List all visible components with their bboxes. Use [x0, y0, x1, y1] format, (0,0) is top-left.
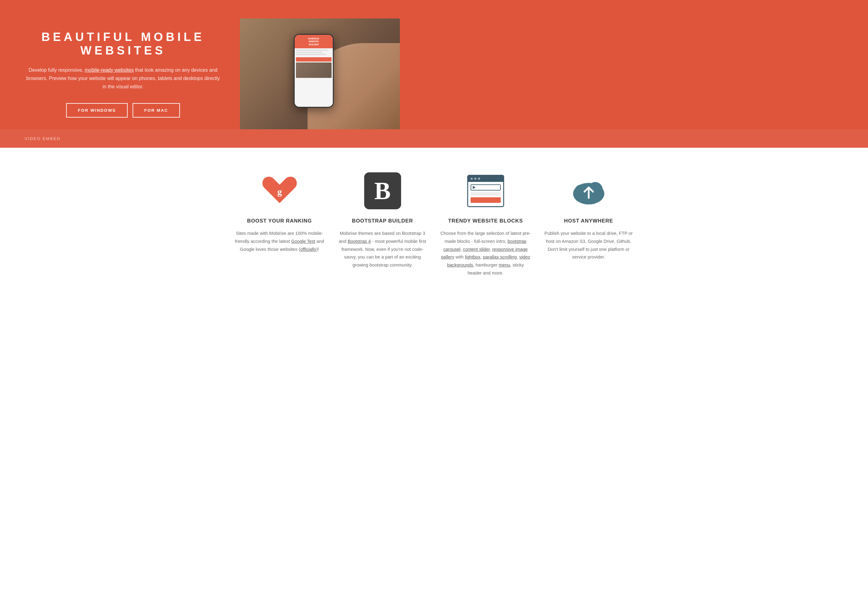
feature-card-trendy-blocks: TRENDY WEBSITE BLOCKS Choose from the la…	[440, 172, 531, 277]
feature-card-host-anywhere: HOST ANYWHERE Publish your website to a …	[543, 172, 634, 277]
browser-address-bar	[471, 184, 501, 191]
hero-buttons: FOR WINDOWS FOR MAC	[25, 103, 222, 118]
browser-content-line	[471, 192, 501, 196]
parallax-link[interactable]: parallax scrolling	[483, 255, 517, 259]
hero-title: BEAUTIFUL MOBILE WEBSITES	[25, 30, 222, 57]
phone-screen-content	[294, 48, 333, 107]
content-slider-link[interactable]: content slider	[463, 247, 490, 252]
feature-title-host-anywhere: HOST ANYWHERE	[564, 218, 613, 224]
feature-title-boost-ranking: BOOST YOUR RANKING	[247, 218, 312, 224]
heart-google-icon: g	[261, 174, 298, 208]
phone-screen: MOBIRISEWEBSITEBUILDER	[294, 35, 333, 107]
features-section: g BOOST YOUR RANKING Sites made with Mob…	[0, 148, 868, 302]
hero-content: BEAUTIFUL MOBILE WEBSITES Develop fully …	[0, 0, 868, 148]
windows-button[interactable]: FOR WINDOWS	[66, 103, 128, 118]
hero-section: BEAUTIFUL MOBILE WEBSITES Develop fully …	[0, 0, 868, 148]
feature-desc-trendy-blocks: Choose from the large selection of lates…	[440, 230, 531, 277]
browser-dot-1	[471, 177, 473, 180]
bootstrap4-link[interactable]: Bootstrap 4	[347, 239, 370, 244]
feature-icon-trendy-blocks	[467, 172, 504, 209]
phone-image-placeholder	[296, 62, 332, 78]
bootstrap-b-icon: B	[364, 172, 401, 209]
feature-title-bootstrap-builder: BOOTSTRAP BUILDER	[352, 218, 413, 224]
menu-link[interactable]: menu	[499, 263, 510, 267]
hero-description-link[interactable]: mobile-ready websites	[85, 67, 133, 73]
browser-blocks-icon	[467, 175, 504, 207]
feature-desc-host-anywhere: Publish your website to a local drive, F…	[543, 230, 634, 261]
browser-dot-3	[478, 177, 480, 180]
features-grid: g BOOST YOUR RANKING Sites made with Mob…	[234, 172, 634, 277]
hero-phone-wrapper: MOBIRISEWEBSITEBUILDER	[240, 19, 400, 129]
mac-button[interactable]: FOR MAC	[133, 103, 180, 118]
hero-phone-image: MOBIRISEWEBSITEBUILDER	[240, 19, 400, 129]
feature-desc-bootstrap-builder: Mobirise themes are based on Bootstrap 3…	[337, 230, 428, 269]
browser-dot-2	[474, 177, 476, 180]
feature-icon-bootstrap-builder: B	[364, 172, 401, 209]
phone-screen-header: MOBIRISEWEBSITEBUILDER	[294, 35, 333, 48]
feature-card-boost-ranking: g BOOST YOUR RANKING Sites made with Mob…	[234, 172, 325, 277]
browser-content	[468, 182, 503, 206]
feature-card-bootstrap-builder: B BOOTSTRAP BUILDER Mobirise themes are …	[337, 172, 428, 277]
officially-link[interactable]: officially	[300, 247, 316, 252]
feature-icon-host-anywhere	[570, 172, 607, 209]
phone-cta-button	[296, 57, 332, 62]
svg-text:g: g	[277, 186, 282, 197]
hero-text-block: BEAUTIFUL MOBILE WEBSITES Develop fully …	[25, 30, 222, 118]
cloud-upload-icon	[570, 174, 607, 208]
feature-icon-boost-ranking: g	[261, 172, 298, 209]
hero-description: Develop fully responsive, mobile-ready w…	[25, 66, 222, 91]
browser-dots	[468, 176, 503, 182]
feature-title-trendy-blocks: TRENDY WEBSITE BLOCKS	[448, 218, 523, 224]
feature-desc-boost-ranking: Sites made with Mobirise are 100% mobile…	[234, 230, 325, 253]
lightbox-link[interactable]: lightbox	[465, 255, 480, 259]
browser-red-block	[471, 197, 501, 203]
phone-mockup: MOBIRISEWEBSITEBUILDER	[294, 34, 334, 108]
google-test-link[interactable]: Google Test	[291, 239, 315, 244]
